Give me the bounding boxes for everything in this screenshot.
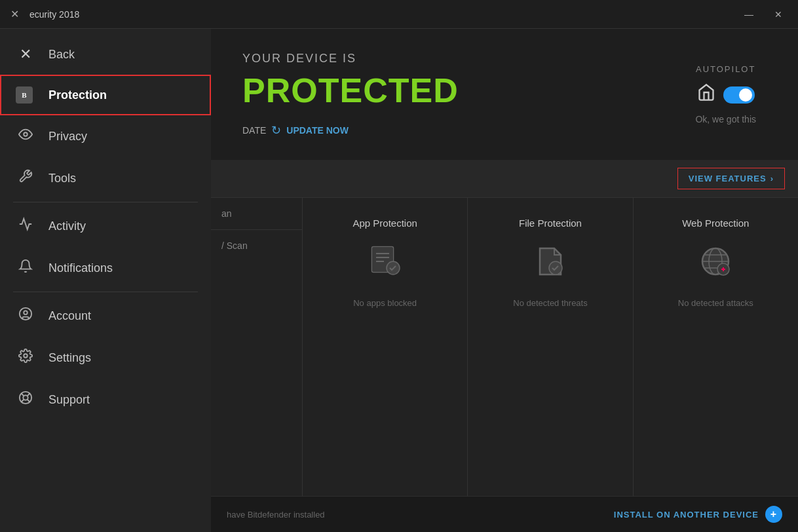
- sidebar-item-activity[interactable]: Activity: [0, 205, 211, 247]
- sidebar: ✕ Back B Protection Privacy: [0, 29, 211, 532]
- svg-line-6: [22, 394, 24, 396]
- svg-point-3: [24, 354, 28, 358]
- install-on-another-device-button[interactable]: INSTALL ON ANOTHER DEVICE +: [614, 506, 782, 523]
- hero-section: YOUR DEVICE IS PROTECTED DATE ↻ UPDATE N…: [211, 29, 798, 160]
- install-label: INSTALL ON ANOTHER DEVICE: [614, 510, 759, 520]
- activity-icon: [16, 217, 35, 235]
- sidebar-item-account[interactable]: Account: [0, 295, 211, 337]
- sidebar-item-protection[interactable]: B Protection: [0, 75, 211, 115]
- features-section: VIEW FEATURES › an / Scan App Protection: [211, 160, 798, 496]
- title-bar-controls: — ✕: [739, 7, 788, 22]
- app-protection-icon: [368, 244, 402, 285]
- web-protection-icon: [698, 244, 732, 285]
- back-icon: ✕: [16, 46, 35, 63]
- app-layout: ✕ Back B Protection Privacy: [0, 29, 798, 532]
- eye-icon: [16, 127, 35, 145]
- sidebar-protection-label: Protection: [48, 88, 107, 102]
- web-protection-title: Web Protection: [682, 218, 749, 229]
- sidebar-back-button[interactable]: ✕ Back: [0, 34, 211, 75]
- hero-left: YOUR DEVICE IS PROTECTED DATE ↻ UPDATE N…: [242, 52, 685, 138]
- tools-icon: [16, 169, 35, 187]
- scan-panel: an / Scan: [211, 198, 303, 496]
- sidebar-divider-1: [13, 202, 198, 202]
- file-protection-icon: [533, 244, 567, 285]
- sidebar-support-label: Support: [48, 393, 90, 407]
- sidebar-divider-2: [13, 292, 198, 292]
- bottom-bar-text: have Bitdefender installed: [227, 510, 325, 520]
- support-icon: [16, 390, 35, 409]
- view-features-label: VIEW FEATURES: [689, 174, 767, 183]
- app-protection-title: App Protection: [352, 218, 417, 229]
- middle-content: an / Scan App Protection: [211, 198, 798, 496]
- quick-scan-label: / Scan: [211, 230, 302, 261]
- gear-icon: [16, 349, 35, 367]
- hero-update-text: DATE: [242, 125, 266, 136]
- protection-icon: B: [16, 86, 35, 104]
- bell-icon: [16, 259, 35, 277]
- feature-cards-row: App Protection: [303, 198, 798, 496]
- autopilot-toggle-row: [695, 83, 756, 106]
- bottom-bar: have Bitdefender installed INSTALL ON AN…: [211, 496, 798, 532]
- minimize-button[interactable]: —: [739, 7, 759, 22]
- sidebar-item-tools[interactable]: Tools: [0, 157, 211, 199]
- sidebar-item-privacy[interactable]: Privacy: [0, 115, 211, 157]
- account-icon: [16, 307, 35, 325]
- sidebar-tools-label: Tools: [48, 172, 76, 185]
- svg-line-9: [22, 400, 24, 402]
- sidebar-privacy-label: Privacy: [48, 130, 87, 143]
- view-features-button[interactable]: VIEW FEATURES ›: [677, 168, 785, 189]
- sidebar-item-notifications[interactable]: Notifications: [0, 247, 211, 289]
- title-bar-title: ecurity 2018: [29, 9, 79, 20]
- svg-point-2: [24, 311, 28, 314]
- sidebar-settings-label: Settings: [48, 351, 91, 365]
- title-bar: ✕ ecurity 2018 — ✕: [0, 0, 798, 29]
- title-bar-close-icon[interactable]: ✕: [10, 8, 19, 20]
- title-bar-left: ✕ ecurity 2018: [10, 8, 79, 20]
- svg-point-0: [24, 132, 28, 136]
- house-icon: [697, 83, 715, 106]
- features-header: VIEW FEATURES ›: [211, 160, 798, 198]
- svg-line-8: [28, 394, 30, 396]
- update-now-button[interactable]: UPDATE NOW: [286, 125, 349, 136]
- sidebar-notifications-label: Notifications: [48, 261, 113, 275]
- autopilot-label: AUTOPILOT: [695, 64, 756, 74]
- autopilot-section: AUTOPILOT Ok, we got this: [685, 54, 767, 135]
- web-protection-card: Web Protection: [634, 198, 798, 496]
- sidebar-item-support[interactable]: Support: [0, 379, 211, 421]
- file-protection-title: File Protection: [519, 218, 582, 229]
- sidebar-back-label: Back: [48, 48, 75, 62]
- sidebar-activity-label: Activity: [48, 219, 86, 233]
- svg-point-5: [23, 395, 28, 400]
- autopilot-description: Ok, we got this: [695, 114, 756, 124]
- file-protection-status: No detected threats: [513, 298, 587, 308]
- plus-icon: +: [765, 506, 782, 523]
- file-protection-card: File Protection No detected threats: [468, 198, 633, 496]
- app-protection-card: App Protection: [303, 198, 468, 496]
- autopilot-toggle[interactable]: [723, 86, 755, 104]
- svg-line-7: [28, 400, 30, 402]
- app-protection-status: No apps blocked: [353, 298, 417, 308]
- refresh-icon: ↻: [271, 123, 281, 138]
- scan-label: an: [211, 198, 302, 230]
- hero-update-row: DATE ↻ UPDATE NOW: [242, 123, 685, 138]
- chevron-right-icon: ›: [770, 174, 774, 183]
- sidebar-account-label: Account: [48, 309, 91, 323]
- close-window-button[interactable]: ✕: [769, 7, 788, 22]
- hero-title: PROTECTED: [242, 71, 685, 110]
- sidebar-item-settings[interactable]: Settings: [0, 337, 211, 379]
- main-content: YOUR DEVICE IS PROTECTED DATE ↻ UPDATE N…: [211, 29, 798, 532]
- hero-subtitle: YOUR DEVICE IS: [242, 52, 685, 66]
- web-protection-status: No detected attacks: [678, 298, 753, 308]
